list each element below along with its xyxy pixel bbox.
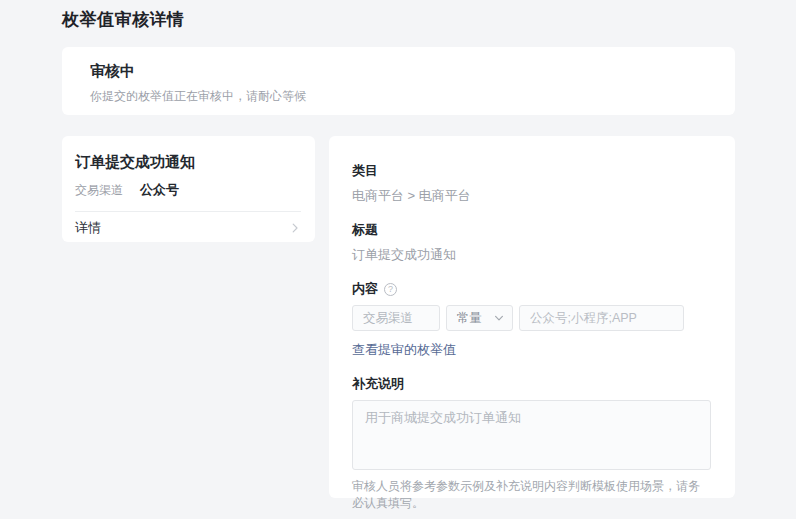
template-detail-link[interactable]: 详情 (75, 212, 301, 243)
enum-link-row: 查看提审的枚举值 (352, 340, 711, 359)
content-param-row: 常量 (352, 305, 711, 331)
title-value: 订单提交成功通知 (352, 246, 711, 264)
chevron-right-icon (289, 222, 301, 234)
remark-textarea[interactable] (352, 400, 711, 470)
template-detail-label: 详情 (75, 219, 101, 237)
content-label-row: 内容 ? (352, 280, 711, 298)
template-param-value: 公众号 (140, 181, 179, 198)
param-type-select[interactable]: 常量 (446, 305, 513, 331)
review-status-description: 你提交的枚举值正在审核中，请耐心等候 (90, 88, 707, 104)
template-param-row: 交易渠道 公众号 (75, 181, 301, 199)
title-label: 标题 (352, 221, 711, 239)
page-title: 枚举值审核详情 (62, 8, 185, 31)
param-name-input[interactable] (352, 305, 440, 331)
category-field: 类目 电商平台 > 电商平台 (352, 162, 711, 205)
category-label: 类目 (352, 162, 711, 180)
template-title: 订单提交成功通知 (75, 152, 301, 171)
remark-label: 补充说明 (352, 375, 711, 393)
remark-field: 补充说明 审核人员将参考参数示例及补充说明内容判断模板使用场景，请务必认真填写。 (352, 375, 711, 512)
chevron-down-icon (494, 313, 504, 323)
review-status-title: 审核中 (90, 61, 707, 81)
view-submitted-enum-link[interactable]: 查看提审的枚举值 (352, 342, 456, 357)
content-label: 内容 (352, 280, 378, 298)
help-icon[interactable]: ? (384, 283, 397, 296)
param-type-selected-value: 常量 (457, 310, 482, 327)
remark-note: 审核人员将参考参数示例及补充说明内容判断模板使用场景，请务必认真填写。 (352, 478, 711, 512)
content-field: 内容 ? 常量 查看提审的枚举值 (352, 280, 711, 359)
template-param-label: 交易渠道 (75, 182, 123, 199)
param-example-input[interactable] (519, 305, 684, 331)
template-summary-card: 订单提交成功通知 交易渠道 公众号 详情 (62, 136, 315, 242)
template-detail-card: 类目 电商平台 > 电商平台 标题 订单提交成功通知 内容 ? 常量 查看提审的… (329, 136, 735, 498)
title-field: 标题 订单提交成功通知 (352, 221, 711, 264)
review-status-card: 审核中 你提交的枚举值正在审核中，请耐心等候 (62, 47, 735, 115)
category-value: 电商平台 > 电商平台 (352, 187, 711, 205)
